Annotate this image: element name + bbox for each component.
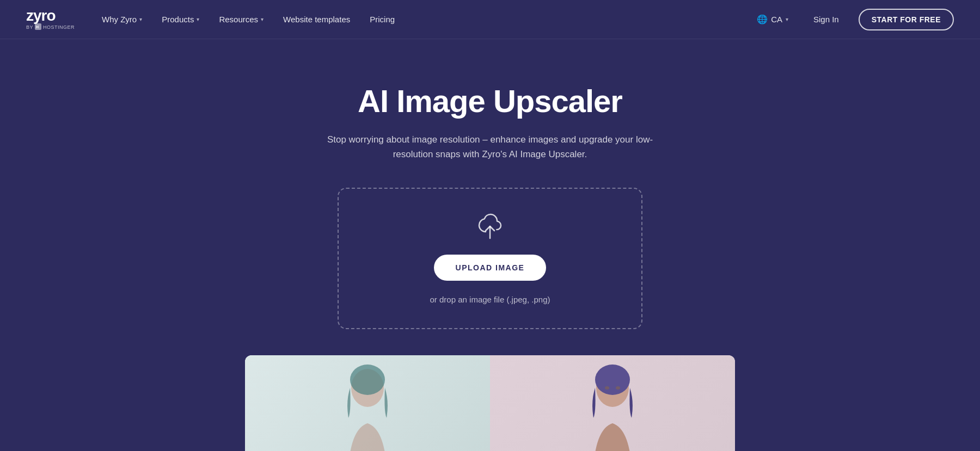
- nav-item-resources[interactable]: Resources ▾: [211, 10, 271, 28]
- chevron-down-icon: ▾: [197, 16, 199, 22]
- nav-label-pricing: Pricing: [370, 15, 395, 24]
- demo-image-after: [490, 355, 735, 451]
- navbar-right: 🌐 CA ▾ Sign In START FOR FREE: [751, 9, 954, 30]
- hero-subtitle: Stop worrying about image resolution – e…: [321, 132, 659, 162]
- demo-image-before: [245, 355, 490, 451]
- globe-icon: 🌐: [757, 14, 768, 24]
- nav-item-products[interactable]: Products ▾: [154, 10, 207, 28]
- chevron-down-icon: ▾: [139, 16, 142, 22]
- svg-text:H: H: [36, 25, 39, 29]
- nav-item-pricing[interactable]: Pricing: [362, 10, 402, 28]
- svg-point-7: [605, 386, 609, 390]
- hostinger-icon: H: [35, 23, 41, 31]
- logo-byline: BY H HOSTINGER: [26, 23, 75, 31]
- chevron-down-icon: ▾: [261, 16, 264, 22]
- hostinger-text: HOSTINGER: [43, 24, 75, 30]
- svg-point-8: [616, 386, 620, 390]
- hero-title: AI Image Upscaler: [358, 83, 622, 119]
- demo-image: [245, 355, 735, 451]
- upload-hint: or drop an image file (.jpeg, .png): [430, 294, 550, 306]
- logo-text: zyro: [26, 8, 56, 23]
- svg-point-4: [350, 364, 385, 395]
- nav-item-why-zyro[interactable]: Why Zyro ▾: [94, 10, 150, 28]
- upload-image-button[interactable]: UPLOAD IMAGE: [434, 255, 547, 281]
- nav-label-products: Products: [162, 15, 194, 24]
- chevron-down-icon: ▾: [786, 16, 788, 22]
- nav-label-website-templates: Website templates: [283, 15, 350, 24]
- nav-label-why-zyro: Why Zyro: [102, 15, 137, 24]
- demo-section: [0, 355, 980, 451]
- start-free-button[interactable]: START FOR FREE: [859, 9, 954, 30]
- locale-code: CA: [771, 15, 782, 24]
- nav-item-website-templates[interactable]: Website templates: [275, 10, 358, 28]
- navbar-left: zyro BY H HOSTINGER Why Zyro ▾ Products: [26, 8, 402, 31]
- by-text: BY: [26, 24, 33, 30]
- upload-dropzone[interactable]: UPLOAD IMAGE or drop an image file (.jpe…: [338, 188, 642, 329]
- upload-cloud-icon: [475, 211, 505, 242]
- navbar: zyro BY H HOSTINGER Why Zyro ▾ Products: [0, 0, 980, 39]
- hero-section: AI Image Upscaler Stop worrying about im…: [0, 39, 980, 355]
- nav-links: Why Zyro ▾ Products ▾ Resources ▾ Websit…: [94, 10, 402, 28]
- nav-label-resources: Resources: [219, 15, 258, 24]
- logo[interactable]: zyro BY H HOSTINGER: [26, 8, 75, 31]
- locale-selector[interactable]: 🌐 CA ▾: [751, 11, 794, 28]
- sign-in-button[interactable]: Sign In: [805, 10, 848, 28]
- svg-point-6: [595, 364, 630, 395]
